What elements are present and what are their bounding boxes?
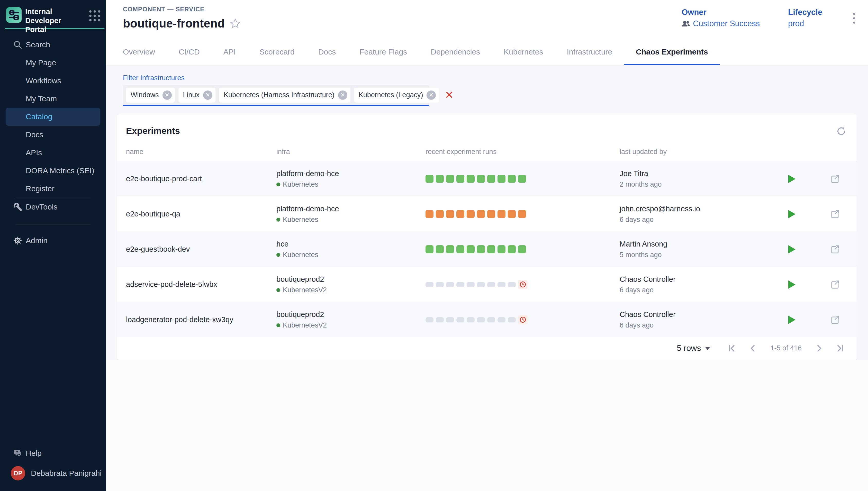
favorite-star-icon[interactable] (230, 18, 241, 29)
sidebar-item-catalog[interactable]: Catalog (6, 108, 100, 126)
open-in-new-icon[interactable] (830, 315, 840, 325)
run-status-square[interactable] (508, 175, 516, 183)
prev-page-button[interactable] (748, 344, 757, 353)
run-experiment-button[interactable] (788, 280, 796, 289)
run-status-square[interactable] (446, 210, 454, 218)
run-status-square[interactable] (456, 175, 464, 183)
run-status-square[interactable] (477, 175, 485, 183)
run-experiment-button[interactable] (788, 245, 796, 254)
run-status-square[interactable] (426, 317, 433, 322)
run-status-square[interactable] (446, 282, 454, 287)
open-in-new-icon[interactable] (830, 174, 840, 184)
filter-chip[interactable]: Kubernetes (Legacy) ✕ (354, 88, 439, 103)
tab-cicd[interactable]: CI/CD (167, 38, 211, 65)
next-page-button[interactable] (814, 344, 824, 353)
filter-chip[interactable]: Kubernetes (Harness Infrastructure) ✕ (219, 88, 350, 103)
sidebar-item-apis[interactable]: APIs (0, 144, 106, 162)
run-status-square[interactable] (436, 210, 444, 218)
open-in-new-icon[interactable] (830, 244, 840, 254)
tab-infrastructure[interactable]: Infrastructure (555, 38, 624, 65)
clear-filters-icon[interactable]: ✕ (442, 90, 456, 100)
run-pending-clock-icon[interactable] (518, 315, 528, 324)
sidebar-item-register[interactable]: Register (0, 180, 106, 198)
sidebar-item-dora-metrics[interactable]: DORA Metrics (SEI) (0, 162, 106, 180)
run-status-square[interactable] (467, 175, 474, 183)
owner-link[interactable]: Customer Success (693, 19, 760, 28)
run-status-square[interactable] (436, 282, 444, 287)
run-status-square[interactable] (508, 245, 516, 253)
filter-infrastructures-label[interactable]: Filter Infrastructures (123, 74, 868, 82)
run-status-square[interactable] (487, 282, 495, 287)
user-menu[interactable]: DP Debabrata Panigrahi (0, 462, 106, 484)
first-page-button[interactable] (728, 344, 737, 353)
run-status-square[interactable] (436, 317, 444, 322)
run-experiment-button[interactable] (788, 209, 796, 219)
run-status-square[interactable] (477, 210, 485, 218)
last-page-button[interactable] (835, 344, 844, 353)
run-status-square[interactable] (487, 210, 495, 218)
run-status-square[interactable] (477, 282, 485, 287)
table-row[interactable]: adservice-pod-delete-5lwbx boutiqueprod2… (117, 267, 857, 302)
run-status-square[interactable] (426, 210, 433, 218)
run-status-square[interactable] (497, 245, 505, 253)
filter-chip[interactable]: Windows ✕ (126, 88, 175, 103)
run-status-square[interactable] (467, 317, 474, 322)
run-status-square[interactable] (497, 282, 505, 287)
chip-remove-icon[interactable]: ✕ (203, 90, 212, 100)
table-row[interactable]: e2e-guestbook-dev hce Kubernetes Martin … (117, 232, 857, 267)
filter-chip[interactable]: Linux ✕ (178, 88, 216, 103)
chip-remove-icon[interactable]: ✕ (427, 90, 436, 100)
sidebar-item-my-page[interactable]: My Page (0, 54, 106, 72)
run-status-square[interactable] (446, 175, 454, 183)
run-status-square[interactable] (467, 245, 474, 253)
open-in-new-icon[interactable] (830, 280, 840, 289)
chip-remove-icon[interactable]: ✕ (163, 90, 172, 100)
run-status-square[interactable] (497, 317, 505, 322)
run-status-square[interactable] (518, 210, 526, 218)
apps-grid-icon[interactable] (89, 10, 100, 21)
run-status-square[interactable] (477, 245, 485, 253)
run-status-square[interactable] (456, 245, 464, 253)
run-status-square[interactable] (497, 175, 505, 183)
tab-overview[interactable]: Overview (111, 38, 167, 65)
table-row[interactable]: e2e-boutique-qa platform-demo-hce Kubern… (117, 196, 857, 232)
sidebar-item-workflows[interactable]: Workflows (0, 72, 106, 90)
run-pending-clock-icon[interactable] (518, 280, 528, 289)
run-status-square[interactable] (477, 317, 485, 322)
run-status-square[interactable] (426, 282, 433, 287)
run-status-square[interactable] (446, 317, 454, 322)
sidebar-item-devtools[interactable]: DevTools (0, 198, 106, 216)
run-status-square[interactable] (467, 282, 474, 287)
run-status-square[interactable] (508, 210, 516, 218)
kebab-menu-icon[interactable] (850, 9, 858, 27)
sidebar-item-docs[interactable]: Docs (0, 126, 106, 144)
tab-dependencies[interactable]: Dependencies (419, 38, 492, 65)
filter-input[interactable]: Windows ✕ Linux ✕ Kubernetes (Harness In… (123, 85, 429, 106)
tab-docs[interactable]: Docs (307, 38, 348, 65)
tab-chaos-experiments[interactable]: Chaos Experiments (624, 38, 720, 65)
run-status-square[interactable] (456, 210, 464, 218)
sidebar-item-my-team[interactable]: My Team (0, 90, 106, 108)
table-row[interactable]: e2e-boutique-prod-cart platform-demo-hce… (117, 161, 857, 196)
tab-feature-flags[interactable]: Feature Flags (348, 38, 419, 65)
run-status-square[interactable] (508, 317, 516, 322)
sidebar-item-help[interactable]: ? Help (0, 444, 106, 462)
run-status-square[interactable] (436, 175, 444, 183)
tab-kubernetes[interactable]: Kubernetes (492, 38, 555, 65)
run-experiment-button[interactable] (788, 315, 796, 324)
run-status-square[interactable] (436, 245, 444, 253)
run-status-square[interactable] (467, 210, 474, 218)
rows-per-page-select[interactable]: 5 rows (677, 343, 710, 353)
run-status-square[interactable] (518, 175, 526, 183)
run-status-square[interactable] (426, 245, 433, 253)
run-status-square[interactable] (487, 317, 495, 322)
sidebar-item-admin[interactable]: Admin (0, 232, 106, 250)
run-status-square[interactable] (426, 175, 433, 183)
run-status-square[interactable] (456, 317, 464, 322)
chip-remove-icon[interactable]: ✕ (338, 90, 347, 100)
run-status-square[interactable] (497, 210, 505, 218)
sidebar-item-search[interactable]: Search (0, 36, 106, 54)
run-status-square[interactable] (508, 282, 516, 287)
run-status-square[interactable] (487, 175, 495, 183)
run-status-square[interactable] (487, 245, 495, 253)
